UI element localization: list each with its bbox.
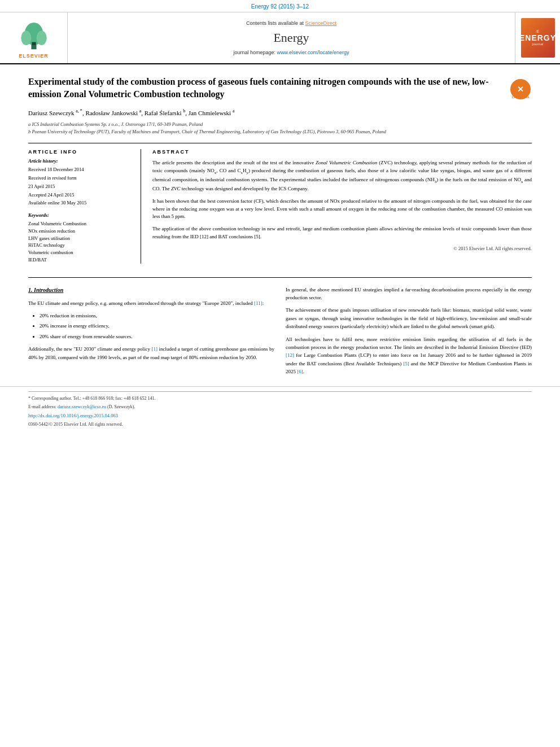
email-line: E-mail address: dariusz.szewczyk@icso.eu… bbox=[28, 404, 532, 410]
affiliation-a: a ICS Industrial Combustion Systems Sp. … bbox=[28, 121, 532, 128]
elsevier-tree-icon bbox=[11, 23, 56, 51]
journal-homepage: journal homepage: www.elsevier.com/locat… bbox=[233, 50, 349, 55]
homepage-link[interactable]: www.elsevier.com/locate/energy bbox=[277, 50, 349, 55]
homepage-label: journal homepage: bbox=[233, 50, 275, 55]
article-title-text: Experimental study of the combustion pro… bbox=[28, 76, 509, 101]
email-link[interactable]: dariusz.szewczyk@icso.eu bbox=[58, 404, 106, 409]
article-info-column: ARTICLE INFO Article history: Received 1… bbox=[28, 149, 141, 263]
abstract-heading: ABSTRACT bbox=[152, 149, 532, 155]
right-para1: In general, the above mentioned EU strat… bbox=[286, 286, 532, 302]
authors-line: Dariusz Szewczyk a, *, Radosław Jankowsk… bbox=[28, 108, 532, 117]
keyword-5: Volumetric combustion bbox=[28, 249, 133, 256]
article-footer: * Corresponding author. Tel.: +48 618 86… bbox=[0, 386, 560, 435]
svg-point-3 bbox=[36, 31, 46, 45]
crossmark-logo[interactable]: ✕ CrossMark bbox=[509, 78, 532, 101]
energy-logo-box: E ENERGY journal bbox=[521, 18, 555, 58]
received-revised-date: 23 April 2015 bbox=[28, 183, 133, 190]
keywords-label: Keywords: bbox=[28, 212, 133, 218]
right-para2: The achievement of these goals imposes u… bbox=[286, 306, 532, 330]
keyword-2: NOx emission reduction bbox=[28, 228, 133, 235]
sciencedirect-link[interactable]: ScienceDirect bbox=[305, 20, 337, 26]
article-title-section: Experimental study of the combustion pro… bbox=[28, 76, 532, 101]
energy-journal-logo: E ENERGY journal bbox=[515, 12, 560, 63]
section-divider bbox=[28, 277, 532, 278]
article-info-heading: ARTICLE INFO bbox=[28, 149, 133, 155]
keyword-3: LHV gases utilisation bbox=[28, 235, 133, 242]
keyword-4: HiTAC technology bbox=[28, 242, 133, 249]
right-para3: All technologies have to fulfil new, mor… bbox=[286, 335, 532, 376]
svg-text:CrossMark: CrossMark bbox=[511, 95, 530, 99]
abstract-para3: The application of the above combustion … bbox=[152, 225, 532, 241]
introduction-heading: 1. Introduction bbox=[28, 286, 274, 295]
intro-para1: The EU climate and energy policy, e.g. a… bbox=[28, 299, 274, 307]
cite-6[interactable]: [6] bbox=[297, 369, 303, 374]
email-note: (D. Szewczyk). bbox=[107, 404, 135, 409]
keywords-section: Keywords: Zonal Volumetric Combustion NO… bbox=[28, 212, 133, 264]
cite-11[interactable]: [11] bbox=[254, 300, 262, 306]
bullet-3: 20% share of energy from renewable sourc… bbox=[40, 333, 274, 340]
contents-available-text: Contents lists available at ScienceDirec… bbox=[246, 20, 336, 26]
available-online: Available online 30 May 2015 bbox=[28, 199, 133, 207]
main-left-column: 1. Introduction The EU climate and energ… bbox=[28, 286, 274, 381]
cite-5[interactable]: [5] bbox=[403, 361, 409, 366]
doi-line: http://dx.doi.org/10.1016/j.energy.2015.… bbox=[28, 412, 532, 420]
main-content: 1. Introduction The EU climate and energ… bbox=[0, 286, 560, 381]
elsevier-logo: ELSEVIER bbox=[0, 12, 68, 63]
svg-rect-4 bbox=[32, 42, 36, 45]
corresponding-author: * Corresponding author. Tel.: +48 618 86… bbox=[28, 395, 532, 402]
svg-point-2 bbox=[21, 31, 31, 45]
footer-divider bbox=[28, 391, 532, 392]
abstract-para1: The article presents the description and… bbox=[152, 159, 532, 193]
affiliation-b: b Poznan University of Technology (PUT),… bbox=[28, 128, 532, 136]
bullet-list: 20% reduction in emissions, 20% increase… bbox=[40, 312, 274, 340]
received-revised-label: Received in revised form bbox=[28, 174, 133, 182]
journal-reference: Energy 92 (2015) 3–12 bbox=[0, 0, 560, 12]
history-label: Article history: bbox=[28, 158, 133, 164]
doi-link[interactable]: http://dx.doi.org/10.1016/j.energy.2015.… bbox=[28, 413, 118, 418]
abstract-column: ABSTRACT The article presents the descri… bbox=[152, 149, 532, 263]
abstract-para2: It has been shown that the best conversi… bbox=[152, 198, 532, 221]
bullet-2: 20% increase in energy efficiency, bbox=[40, 322, 274, 330]
main-right-column: In general, the above mentioned EU strat… bbox=[286, 286, 532, 381]
accepted-date: Accepted 24 April 2015 bbox=[28, 191, 133, 199]
elsevier-label: ELSEVIER bbox=[19, 53, 49, 59]
intro-para2: Additionally, the new "EU 2030" climate … bbox=[28, 345, 274, 361]
cite-1[interactable]: [1] bbox=[152, 346, 158, 352]
contents-text: Contents lists available at bbox=[246, 20, 304, 26]
received-date: Received 18 December 2014 bbox=[28, 166, 133, 173]
journal-name: Energy bbox=[273, 30, 309, 45]
svg-text:✕: ✕ bbox=[517, 85, 524, 94]
journal-header: ELSEVIER Contents lists available at Sci… bbox=[0, 12, 560, 64]
email-label: E-mail address: bbox=[28, 404, 56, 409]
keyword-1: Zonal Volumetric Combustion bbox=[28, 220, 133, 228]
journal-center: Contents lists available at ScienceDirec… bbox=[68, 12, 515, 63]
keyword-6: IED/BAT bbox=[28, 256, 133, 264]
cite-12[interactable]: [12] bbox=[286, 352, 294, 358]
copyright-line: © 2015 Elsevier Ltd. All rights reserved… bbox=[152, 246, 532, 251]
info-abstract-section: ARTICLE INFO Article history: Received 1… bbox=[28, 143, 532, 263]
journal-ref-text: Energy 92 (2015) 3–12 bbox=[251, 3, 309, 10]
bullet-1: 20% reduction in emissions, bbox=[40, 312, 274, 320]
issn-line: 0360-5442/© 2015 Elsevier Ltd. All right… bbox=[28, 421, 532, 428]
article-body: Experimental study of the combustion pro… bbox=[0, 64, 560, 277]
affiliations: a ICS Industrial Combustion Systems Sp. … bbox=[28, 121, 532, 136]
